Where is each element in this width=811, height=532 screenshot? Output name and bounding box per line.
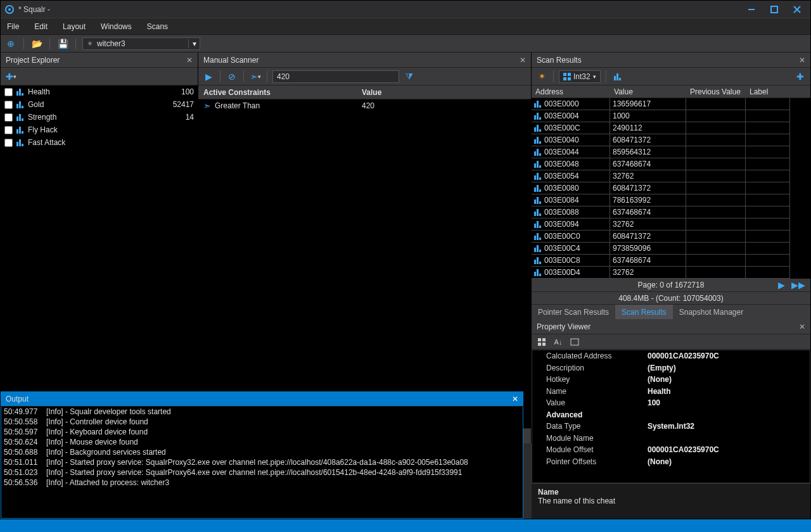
property-key: Pointer Offsets <box>546 457 648 466</box>
open-icon[interactable]: 📂 <box>30 37 43 50</box>
result-label <box>746 243 790 255</box>
scan-result-row[interactable]: 003E0048 637468674 <box>532 158 810 170</box>
scan-result-row[interactable]: 003E0080 608471372 <box>532 182 810 194</box>
play-scan-button[interactable]: ▶ <box>202 70 215 83</box>
scan-result-row[interactable]: 003E00C0 608471372 <box>532 231 810 243</box>
scan-value-input[interactable] <box>272 70 399 83</box>
result-value: 973859096 <box>610 243 686 255</box>
close-panel-icon[interactable]: ✕ <box>512 395 518 403</box>
scan-result-row[interactable]: 003E0004 1000 <box>532 110 810 122</box>
scan-result-row[interactable]: 003E0044 859564312 <box>532 146 810 158</box>
menu-windows[interactable]: Windows <box>101 22 132 31</box>
item-checkbox[interactable] <box>4 88 13 96</box>
scan-result-row[interactable]: 003E0040 608471372 <box>532 134 810 146</box>
add-results-button[interactable] <box>611 70 624 83</box>
stop-scan-button[interactable]: ⊘ <box>226 70 238 83</box>
log-message: [Info] - Squalr developer tools started <box>46 407 171 417</box>
scan-result-row[interactable]: 003E00C8 637468674 <box>532 255 810 267</box>
property-row[interactable]: Hotkey(None) <box>532 374 810 386</box>
process-dropdown-icon[interactable]: ▾ <box>188 39 200 48</box>
property-row[interactable]: Calculated Address000001CA0235970C <box>532 350 810 362</box>
property-row[interactable]: Advanced <box>532 409 810 421</box>
constraint-row[interactable]: ➣Greater Than420 <box>198 99 531 112</box>
project-item[interactable]: Fly Hack <box>1 124 198 136</box>
save-icon[interactable]: 💾 <box>56 37 69 50</box>
scan-result-row[interactable]: 003E0054 32762 <box>532 170 810 182</box>
item-name: Strength <box>28 113 182 122</box>
close-panel-icon[interactable]: ✕ <box>186 56 193 65</box>
item-checkbox[interactable] <box>4 113 13 122</box>
scan-result-row[interactable]: 003E0088 637468674 <box>532 206 810 218</box>
result-label <box>746 182 790 194</box>
project-item[interactable]: Health 100 <box>1 86 198 98</box>
manual-scanner-toolbar: ▶ ⊘ ➣▾ ⧩ <box>198 68 531 86</box>
item-checkbox[interactable] <box>4 101 13 109</box>
bars-icon <box>534 184 542 192</box>
scan-result-row[interactable]: 003E0094 32762 <box>532 218 810 231</box>
target-process-icon[interactable]: ⊕ <box>4 37 17 50</box>
manual-scanner-title: Manual Scanner <box>203 56 259 65</box>
close-panel-icon[interactable]: ✕ <box>799 322 805 331</box>
process-name-input[interactable] <box>93 39 188 48</box>
item-checkbox[interactable] <box>4 126 13 134</box>
log-message: [Info] - Attached to process: witcher3 <box>46 478 169 488</box>
maximize-button[interactable] <box>770 5 779 14</box>
close-panel-icon[interactable]: ✕ <box>799 56 805 65</box>
property-row[interactable]: Data TypeSystem.Int32 <box>532 421 810 433</box>
constraint-type-button[interactable]: ➣▾ <box>249 70 262 83</box>
close-button[interactable] <box>793 5 801 14</box>
tab-scan-results[interactable]: Scan Results <box>615 305 673 319</box>
output-header[interactable]: Output ✕ <box>1 391 523 407</box>
property-row[interactable]: Module Offset000001CA0235970C <box>532 444 810 456</box>
output-line: 50:50.688[Info] - Background services st… <box>4 447 520 457</box>
result-address: 003E0040 <box>544 136 579 144</box>
menu-scans[interactable]: Scans <box>147 22 168 31</box>
output-line: 50:50.558[Info] - Controller device foun… <box>4 417 520 427</box>
tab-pointer-scan-results[interactable]: Pointer Scan Results <box>532 305 615 319</box>
project-item[interactable]: Fast Attack <box>1 136 198 149</box>
log-time: 50:50.624 <box>4 437 39 447</box>
property-row[interactable]: NameHealth <box>532 386 810 398</box>
result-value: 32762 <box>610 267 686 279</box>
bars-icon <box>16 139 24 146</box>
property-pages-button[interactable] <box>568 336 581 348</box>
filter-button[interactable]: ⧩ <box>403 70 416 83</box>
collect-values-button[interactable]: ✶ <box>535 70 548 83</box>
add-item-button[interactable]: ✚▾ <box>4 70 17 83</box>
property-row[interactable]: Pointer Offsets(None) <box>532 456 810 468</box>
menu-layout[interactable]: Layout <box>63 22 86 31</box>
next-page-button[interactable]: ▶ <box>778 280 785 290</box>
constraints-list: ➣Greater Than420 <box>198 99 531 428</box>
property-row[interactable]: Description(Empty) <box>532 362 810 374</box>
output-log[interactable]: 50:49.977[Info] - Squalr developer tools… <box>1 405 523 519</box>
scan-result-row[interactable]: 003E0000 136596617 <box>532 98 810 110</box>
menu-file[interactable]: File <box>7 22 19 31</box>
project-item[interactable]: Gold 52417 <box>1 98 198 111</box>
menu-edit[interactable]: Edit <box>34 22 48 31</box>
minimize-button[interactable] <box>747 5 756 14</box>
data-type-selector[interactable]: Int32 ▾ <box>559 70 601 83</box>
process-selector[interactable]: ✶ ▾ <box>82 37 200 50</box>
results-tabs: Pointer Scan ResultsScan ResultsSnapshot… <box>532 304 810 319</box>
close-panel-icon[interactable]: ✕ <box>520 56 526 65</box>
categorized-button[interactable] <box>535 336 548 348</box>
bars-icon <box>534 160 542 168</box>
svg-rect-10 <box>538 338 541 341</box>
property-grid[interactable]: Calculated Address000001CA0235970CDescri… <box>532 350 810 483</box>
add-address-button[interactable]: ✚ <box>794 70 807 83</box>
property-row[interactable]: Module Name <box>532 433 810 445</box>
last-page-button[interactable]: ▶▶ <box>791 280 805 290</box>
property-row[interactable]: Value100 <box>532 397 810 409</box>
scan-result-row[interactable]: 003E00D4 32762 <box>532 267 810 279</box>
scan-result-row[interactable]: 003E000C 2490112 <box>532 122 810 134</box>
alphabetical-button[interactable]: A↓ <box>552 336 565 348</box>
result-prev-value <box>686 170 746 182</box>
project-item[interactable]: Strength 14 <box>1 111 198 124</box>
item-value: 100 <box>181 87 194 96</box>
manual-scanner-header: Manual Scanner ✕ <box>198 53 531 68</box>
scan-result-row[interactable]: 003E00C4 973859096 <box>532 243 810 255</box>
result-prev-value <box>686 98 746 110</box>
item-checkbox[interactable] <box>4 139 13 147</box>
scan-result-row[interactable]: 003E0084 786163992 <box>532 194 810 206</box>
tab-snapshot-manager[interactable]: Snapshot Manager <box>673 305 750 319</box>
